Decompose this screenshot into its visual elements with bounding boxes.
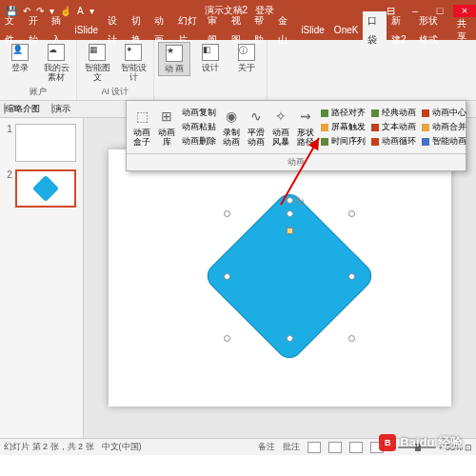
anim-button[interactable]: ★动 画 (158, 42, 190, 76)
login-button[interactable]: 👤登录 (4, 42, 36, 74)
tab-islide2[interactable]: iSlide (296, 21, 328, 40)
rotate-handle[interactable] (287, 197, 293, 204)
tab-shape-format[interactable]: 形状格式 (414, 11, 451, 50)
normal-view-button[interactable] (307, 442, 321, 453)
timeline[interactable]: 时间序列 (321, 135, 366, 148)
group-label-account: 账户 (30, 86, 47, 98)
smart-anim[interactable]: 智能动画 (422, 135, 466, 148)
classic-anim[interactable]: 经典动画 (371, 107, 416, 119)
thumb-1[interactable]: 1 (7, 124, 76, 162)
screen-trigger[interactable]: 屏幕触发 (321, 121, 366, 133)
adjust-handle[interactable] (287, 228, 293, 234)
watermark: B Baidu 经验 (379, 434, 463, 451)
group-account: 👤登录 ☁我的云素材 账户 (0, 40, 77, 100)
action-icon: ✧ (271, 107, 290, 126)
info-icon: ⓘ (238, 44, 255, 61)
anim-dropdown: ⬚动画盒子 ⊞动画库 动画复制 动画粘贴 动画删除 ◉录制动画 ∿平滑动画 ✧动… (126, 100, 466, 171)
group-label-ai: AI 设计 (101, 86, 129, 98)
slide-counter: 幻灯片 第 2 张，共 2 张 (4, 441, 94, 453)
sorter-view-button[interactable] (328, 442, 342, 453)
text-anim[interactable]: 文本动画 (371, 121, 416, 133)
handle-e[interactable] (348, 273, 355, 280)
user-icon: 👤 (11, 44, 29, 61)
smart-design-icon: ✦ (125, 44, 142, 61)
anim-loop[interactable]: 动画循环 (371, 135, 416, 148)
path-icon: ⇝ (296, 107, 315, 126)
smart-design-button[interactable]: ✦智能设计 (117, 42, 149, 84)
about-button[interactable]: ⓘ关于 (230, 42, 263, 74)
anim-lib-button[interactable]: ⊞动画库 (155, 105, 178, 149)
language-status[interactable]: 中文(中国) (102, 441, 142, 453)
pres-label[interactable]: 演示 (53, 104, 70, 113)
handle-se[interactable] (348, 335, 355, 342)
anim-action-button[interactable]: ✧动画 风暴 (269, 105, 292, 149)
design-button[interactable]: ◧设计 (194, 42, 227, 74)
fit-button[interactable]: ⊡ (465, 443, 472, 452)
tab-jinshan[interactable]: 金山 (273, 11, 297, 50)
slide-thumbnails: 1 2 (0, 118, 84, 438)
share-button[interactable]: 共享 (451, 17, 476, 44)
anim-box-button[interactable]: ⬚动画盒子 (130, 105, 153, 149)
cloud-icon: ☁ (48, 44, 65, 61)
handle-sw[interactable] (224, 335, 230, 342)
box-icon: ⬚ (132, 107, 151, 126)
watermark-text: Baidu 经验 (400, 434, 463, 451)
group-ai: ▦智能图文 ✦智能设计 AI 设计 (77, 40, 154, 100)
motion-path-button[interactable]: ⇝形状路径 (294, 105, 317, 149)
reading-view-button[interactable] (349, 442, 363, 453)
current-slide (109, 149, 451, 407)
rec-anim-button[interactable]: ◉录制动画 (220, 105, 243, 149)
anim-copy[interactable]: 动画复制 (182, 107, 216, 119)
handle-s[interactable] (287, 335, 293, 342)
smart-pic-button[interactable]: ▦智能图文 (81, 42, 113, 84)
anim-paste[interactable]: 动画粘贴 (182, 121, 216, 133)
path-align[interactable]: 路径对齐 (321, 107, 366, 119)
qat-dropdown-icon[interactable]: ▾ (89, 6, 94, 16)
anim-merge[interactable]: 动画合并 (422, 121, 466, 133)
anim-icon: ★ (166, 45, 183, 62)
record-icon: ◉ (222, 107, 241, 126)
anim-edit-group: 动画复制 动画粘贴 动画删除 (180, 105, 218, 149)
smooth-icon: ∿ (247, 107, 266, 126)
qat-a-icon[interactable]: A (77, 6, 84, 16)
handle-n[interactable] (287, 210, 293, 217)
outline-label[interactable]: 缩略介图 (6, 104, 40, 113)
handle-w[interactable] (224, 273, 230, 280)
selected-shape[interactable] (228, 214, 351, 338)
tab-islide[interactable]: iSlide (70, 21, 103, 40)
close-button[interactable]: × (453, 5, 476, 17)
baidu-logo-icon: B (379, 434, 396, 451)
group-anim: ★动 画 ◧设计 ⓘ关于 (154, 40, 268, 100)
notes-button[interactable]: 备注 (258, 441, 275, 453)
dropdown-footer: 动画 (127, 153, 466, 170)
tab-new[interactable]: 新建2 (387, 11, 414, 50)
library-icon: ⊞ (157, 107, 176, 126)
tab-koutu[interactable]: 口袋 (363, 11, 387, 50)
anim-center[interactable]: 动画中心 (422, 107, 466, 119)
cloud-button[interactable]: ☁我的云素材 (40, 42, 72, 84)
tab-onek[interactable]: OneK (329, 21, 364, 40)
handle-nw[interactable] (224, 210, 230, 217)
design-icon: ◧ (202, 44, 219, 61)
ribbon-tabs: 文件 开始 插入 iSlide 设计 切换 动画 幻灯片 审阅 视图 帮助 金山… (0, 21, 476, 40)
smart-pic-icon: ▦ (89, 44, 106, 61)
thumb-2[interactable]: 2 (7, 169, 76, 208)
smooth-anim-button[interactable]: ∿平滑动画 (245, 105, 268, 149)
anim-delete[interactable]: 动画删除 (182, 135, 216, 148)
handle-ne[interactable] (348, 210, 355, 217)
comments-button[interactable]: 批注 (283, 441, 300, 453)
diamond-icon (32, 175, 59, 202)
